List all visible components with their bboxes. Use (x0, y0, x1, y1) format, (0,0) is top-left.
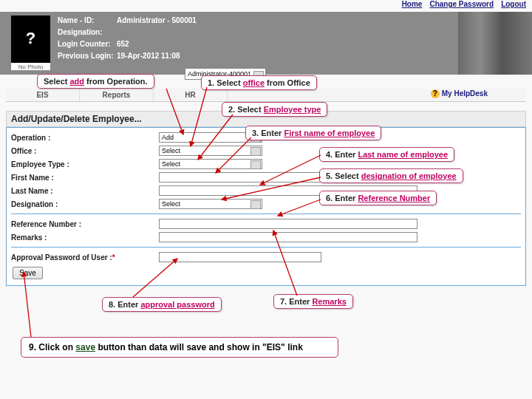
office-select[interactable]: Select (159, 146, 262, 156)
remarks-input[interactable] (159, 232, 417, 242)
home-link[interactable]: Home (402, 0, 423, 8)
approval-label: Approval Password of User :* (11, 253, 159, 262)
meta-desig-label: Designation: (58, 28, 117, 36)
header-bg-image (458, 12, 532, 75)
save-button[interactable]: Save (13, 267, 43, 279)
remarks-label: Remarks : (11, 233, 159, 242)
callout-office: 1. Select office from Office (201, 75, 317, 90)
change-password-link[interactable]: Change Password (429, 0, 494, 8)
callout-reference: 6. Enter Reference Number (319, 191, 437, 205)
callout-emptype: 2. Select Employee type (222, 102, 327, 117)
meta-counter-label: Login Counter: (58, 40, 117, 48)
emptype-label: Employee Type : (11, 160, 159, 168)
tab-eis[interactable]: EIS (6, 89, 80, 101)
top-links: Home Change Password Logout (402, 0, 526, 8)
office-label: Office : (11, 147, 159, 155)
tab-hr[interactable]: HR (154, 89, 228, 101)
logout-link[interactable]: Logout (501, 0, 526, 8)
callout-lastname: 4. Enter Last name of employee (319, 147, 454, 162)
callout-save: 9. Click on save button than data will s… (21, 337, 338, 358)
lastname-label: Last Name : (11, 187, 159, 195)
tab-reports[interactable]: Reports (80, 89, 154, 101)
meta-name-value: Administrator - 500001 (117, 16, 197, 24)
user-photo: No Photo (10, 15, 51, 70)
meta-name-label: Name - ID: (58, 16, 117, 24)
no-photo-icon (11, 16, 50, 63)
form-divider-2 (11, 247, 521, 248)
firstname-label: First Name : (11, 174, 159, 182)
reference-label: Reference Number : (11, 220, 159, 228)
helpdesk-link[interactable]: My HelpDesk (431, 89, 488, 98)
emptype-select[interactable]: Select (159, 159, 262, 169)
form-divider (11, 214, 521, 214)
callout-designation: 5. Select designation of employee (319, 168, 463, 183)
callout-approval: 8. Enter approval password (102, 297, 222, 312)
designation-label: Designation : (11, 200, 159, 208)
callout-firstname: 3. Enter First name of employee (245, 126, 381, 140)
callout-operation: Select add from Operation. (37, 74, 154, 89)
operation-label: Operation : (11, 134, 159, 142)
callout-remarks: 7. Enter Remarks (273, 294, 353, 309)
no-photo-caption: No Photo (11, 63, 50, 70)
user-meta: Name - ID:Administrator - 500001 Designa… (58, 16, 197, 64)
reference-input[interactable] (159, 219, 417, 229)
approval-input[interactable] (159, 252, 321, 262)
meta-prev-label: Previous Login: (58, 52, 117, 60)
designation-select[interactable]: Select (159, 199, 262, 209)
meta-prev-value: 19-Apr-2012 11:08 (117, 52, 180, 60)
meta-counter-value: 652 (117, 40, 129, 48)
